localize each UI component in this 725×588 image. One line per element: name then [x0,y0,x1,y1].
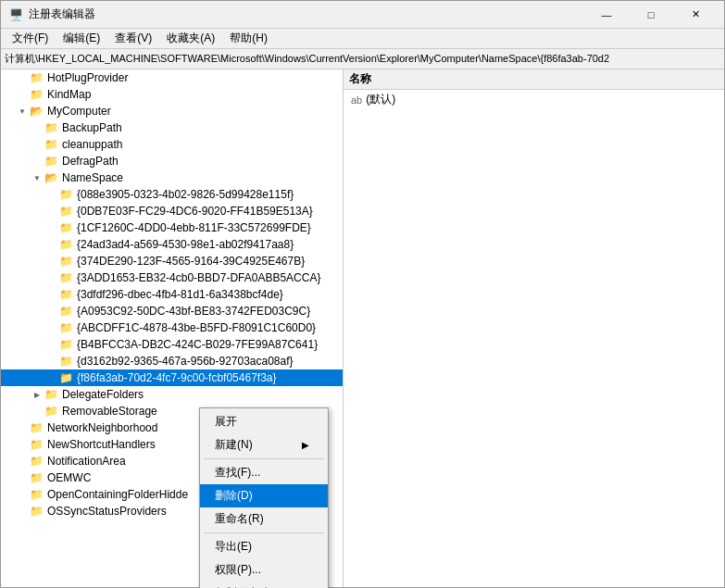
tree-item[interactable]: 📁{ABCDFF1C-4878-43be-B5FD-F8091C1C60D0} [1,319,343,336]
tree-item[interactable]: 📁{24ad3ad4-a569-4530-98e1-ab02f9417aa8} [1,236,343,253]
title-bar: 🖥️ 注册表编辑器 — □ ✕ [1,1,724,29]
tree-item[interactable]: 📁{3dfdf296-dbec-4fb4-81d1-6a3438bcf4de} [1,286,343,303]
menu-item[interactable]: 编辑(E) [56,29,107,48]
expand-btn [45,338,58,351]
folder-icon: 📁 [58,338,73,351]
context-menu-label: 新建(N) [215,437,253,453]
expand-btn [45,371,58,384]
folder-icon: 📁 [58,221,73,234]
menu-item[interactable]: 收藏夹(A) [159,29,222,48]
tree-item-label: {3dfdf296-dbec-4fb4-81d1-6a3438bcf4de} [75,288,343,301]
tree-item-label: {B4BFCC3A-DB2C-424C-B029-7FE99A87C641} [75,338,343,351]
tree-item[interactable]: 📁{f86fa3ab-70d2-4fc7-9c00-fcbf05467f3a} [1,369,343,386]
folder-icon: 📁 [58,305,73,318]
tree-item[interactable]: 📁DefragPath [1,153,343,169]
context-menu-item-copy-key[interactable]: 复制项名称(C) [200,582,328,588]
tree-item-label: HotPlugProvider [45,71,343,84]
tree-item[interactable]: ▼📂NameSpace [1,169,343,186]
context-menu-item-find[interactable]: 查找(F)... [200,461,328,484]
folder-icon: 📁 [58,188,73,201]
detail-item-label: (默认) [366,92,395,107]
registry-editor-window: 🖥️ 注册表编辑器 — □ ✕ 文件(F)编辑(E)查看(V)收藏夹(A)帮助(… [0,0,725,588]
context-menu-label: 查找(F)... [215,465,260,481]
menu-bar: 文件(F)编辑(E)查看(V)收藏夹(A)帮助(H) [1,29,724,49]
folder-icon: 📁 [29,471,44,484]
folder-icon: 📁 [58,205,73,218]
tree-item-label: NameSpace [60,171,343,184]
menu-item[interactable]: 查看(V) [107,29,159,48]
tree-item-label: {1CF1260C-4DD0-4ebb-811F-33C572699FDE} [75,221,343,234]
context-menu-label: 导出(E) [215,539,252,555]
context-menu: 展开新建(N)▶查找(F)...删除(D)重命名(R)导出(E)权限(P)...… [199,407,329,588]
folder-icon: 📁 [29,438,44,451]
tree-item-label: {088e3905-0323-4b02-9826-5d99428e115f} [75,188,343,201]
expand-btn[interactable]: ▼ [31,171,44,184]
tree-item[interactable]: ▼📂MyComputer [1,103,343,119]
expand-btn [45,305,58,318]
menu-item[interactable]: 文件(F) [5,29,56,48]
context-menu-separator [204,532,324,533]
tree-item[interactable]: 📁BackupPath [1,119,343,136]
context-menu-item-rename[interactable]: 重命名(R) [200,507,328,531]
folder-icon: 📁 [58,288,73,301]
tree-item-label: KindMap [45,88,343,101]
expand-btn[interactable]: ▶ [31,388,44,401]
expand-btn [16,471,29,484]
context-menu-item-new[interactable]: 新建(N)▶ [200,433,328,457]
context-menu-item-delete[interactable]: 删除(D) [200,484,328,507]
folder-icon: 📁 [58,255,73,268]
context-menu-label: 删除(D) [215,488,253,504]
tree-item[interactable]: 📁{1CF1260C-4DD0-4ebb-811F-33C572699FDE} [1,219,343,236]
tree-item-label: {374DE290-123F-4565-9164-39C4925E467B} [75,255,343,268]
window-icon: 🖥️ [8,7,23,22]
context-menu-item-export[interactable]: 导出(E) [200,535,328,558]
address-label: 计算机\HKEY_LOCAL_MACHINE\SOFTWARE\Microsof… [5,52,609,66]
expand-btn [45,321,58,334]
tree-item[interactable]: ▶📁DelegateFolders [1,386,343,403]
detail-item: ab (默认) [344,90,724,109]
tree-item[interactable]: 📁{B4BFCC3A-DB2C-424C-B029-7FE99A87C641} [1,336,343,353]
tree-item[interactable]: 📁{088e3905-0323-4b02-9826-5d99428e115f} [1,186,343,203]
expand-btn [31,121,44,134]
tree-item[interactable]: 📁{0DB7E03F-FC29-4DC6-9020-FF41B59E513A} [1,203,343,219]
tree-item[interactable]: 📁{d3162b92-9365-467a-956b-92703aca08af} [1,353,343,369]
folder-icon: 📂 [44,171,58,184]
menu-item[interactable]: 帮助(H) [222,29,275,48]
tree-item[interactable]: 📁HotPlugProvider [1,69,343,86]
tree-item[interactable]: 📁{3ADD1653-EB32-4cb0-BBD7-DFA0ABB5ACCA} [1,269,343,286]
expand-btn [16,488,29,501]
tree-item[interactable]: 📁cleanuppath [1,136,343,153]
expand-btn [45,288,58,301]
context-menu-label: 展开 [215,414,237,430]
tree-item-label: DefragPath [60,155,343,168]
close-button[interactable]: ✕ [674,1,717,29]
main-content: 📁HotPlugProvider📁KindMap▼📂MyComputer📁Bac… [1,69,724,587]
tree-item[interactable]: 📁{A0953C92-50DC-43bf-BE83-3742FED03C9C} [1,303,343,319]
expand-btn [31,405,44,418]
expand-btn [16,438,29,451]
maximize-button[interactable]: □ [630,1,672,29]
folder-icon: 📁 [29,421,44,434]
context-menu-item-perms[interactable]: 权限(P)... [200,558,328,582]
context-menu-label: 权限(P)... [215,562,261,578]
tree-item[interactable]: 📁KindMap [1,86,343,103]
expand-btn [45,355,58,368]
ab-icon: ab [351,94,362,106]
expand-btn[interactable]: ▼ [16,105,29,118]
minimize-button[interactable]: — [585,1,628,29]
folder-icon: 📂 [29,105,44,118]
expand-btn [16,421,29,434]
folder-icon: 📁 [29,71,44,84]
tree-item[interactable]: 📁{374DE290-123F-4565-9164-39C4925E467B} [1,253,343,269]
folder-icon: 📁 [29,455,44,468]
tree-item-label: {ABCDFF1C-4878-43be-B5FD-F8091C1C60D0} [75,321,343,334]
folder-icon: 📁 [58,355,73,368]
tree-item-label: {f86fa3ab-70d2-4fc7-9c00-fcbf05467f3a} [75,371,343,384]
expand-btn [45,271,58,284]
tree-item-label: BackupPath [60,121,343,134]
folder-icon: 📁 [58,271,73,284]
context-menu-separator [204,458,324,459]
folder-icon: 📁 [58,238,73,251]
window-title: 注册表编辑器 [29,6,585,22]
context-menu-item-expand[interactable]: 展开 [200,410,328,433]
